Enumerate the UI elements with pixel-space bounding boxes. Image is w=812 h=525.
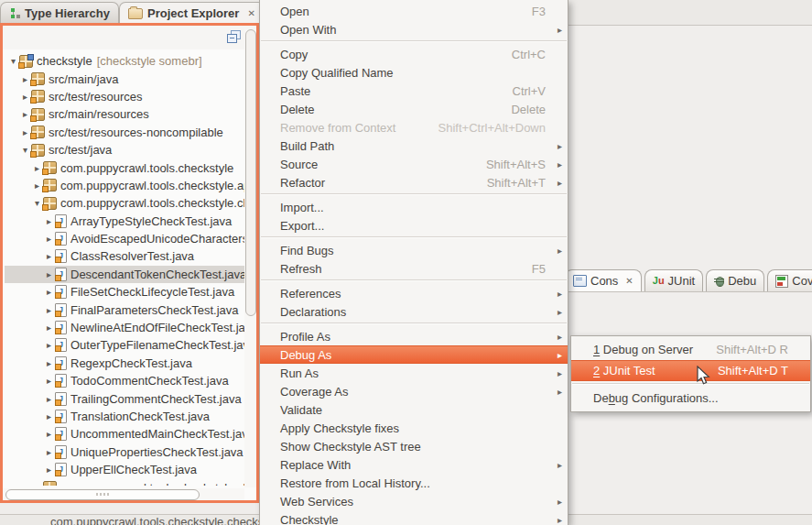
menu-item-open-with[interactable]: Open With▸ <box>260 20 568 38</box>
explorer-tab-bar: Type HierarchyProject Explorer✕ <box>0 0 259 23</box>
twistie-collapsed[interactable]: ▸ <box>43 269 55 279</box>
tree-row-checkstyle[interactable]: ▾checkstyle[checkstyle somebr] <box>5 52 244 70</box>
tree-row-trailingcommentchecktest-java[interactable]: ▸TrailingCommentCheckTest.java <box>5 389 244 407</box>
tree-row-com-puppycrawl-tools-checkstyle-check[interactable]: ▾com.puppycrawl.tools.checkstyle.check <box>5 194 244 212</box>
twistie-collapsed[interactable]: ▸ <box>43 216 55 226</box>
tree-row-arraytypestylechecktest-java[interactable]: ▸ArrayTypeStyleCheckTest.java <box>5 213 244 230</box>
source-folder-icon <box>31 108 45 121</box>
tree-row-translationchecktest-java[interactable]: ▸TranslationCheckTest.java <box>5 408 244 425</box>
menu-item-profile-as[interactable]: Profile As▸ <box>260 327 568 345</box>
twistie-collapsed[interactable]: ▸ <box>43 340 55 350</box>
menu-item-show-checkstyle-ast-tree[interactable]: Show Checkstyle AST tree <box>260 437 568 455</box>
tree-horizontal-scrollbar[interactable] <box>3 488 244 500</box>
menu-item-paste[interactable]: PasteCtrl+V <box>260 82 568 100</box>
twistie-collapsed[interactable]: ▸ <box>43 234 55 244</box>
twistie-collapsed[interactable]: ▸ <box>43 447 55 457</box>
twistie-collapsed[interactable]: ▸ <box>43 323 55 333</box>
menu-item-build-path[interactable]: Build Path▸ <box>260 137 568 155</box>
tree-row-filesetchecklifecycletest-java[interactable]: ▸FileSetCheckLifecycleTest.java <box>5 283 244 301</box>
tree-vertical-scrollbar[interactable] <box>244 28 256 487</box>
close-icon[interactable]: ✕ <box>247 8 254 18</box>
menu-item-source[interactable]: SourceShift+Alt+S▸ <box>260 155 568 173</box>
menu-item-declarations[interactable]: Declarations▸ <box>260 302 568 321</box>
twistie-collapsed[interactable]: ▸ <box>43 305 55 315</box>
menu-item-open[interactable]: OpenF3 <box>260 2 568 20</box>
mouse-cursor <box>697 366 711 386</box>
submenu-arrow-icon: ▸ <box>550 178 562 188</box>
tree-row-src-main-resources[interactable]: ▸src/main/resources <box>5 105 244 123</box>
twistie-collapsed[interactable]: ▸ <box>31 483 43 486</box>
submenu-item-debug-configurations[interactable]: Debug Configurations... <box>571 388 810 409</box>
menu-item-debug-as[interactable]: Debug As▸ <box>260 345 568 364</box>
tree-row-src-test-resources-noncompilable[interactable]: ▸src/test/resources-noncompilable <box>5 124 244 141</box>
menu-item-import[interactable]: Import... <box>260 198 568 216</box>
close-icon[interactable]: ✕ <box>625 276 633 286</box>
menu-item-validate[interactable]: Validate <box>260 400 568 419</box>
menu-item-refresh[interactable]: RefreshF5 <box>260 259 568 278</box>
twistie-collapsed[interactable]: ▸ <box>43 411 55 421</box>
tree-row-upperellchecktest-java[interactable]: ▸UpperEllCheckTest.java <box>5 461 244 478</box>
tree-row-com-puppycrawl-tools-checkstyle[interactable]: ▸com.puppycrawl.tools.checkstyle <box>5 159 244 176</box>
twistie-collapsed[interactable]: ▸ <box>43 251 55 261</box>
twistie-collapsed[interactable]: ▸ <box>43 394 55 404</box>
tree-row-src-test-resources[interactable]: ▸src/test/resources <box>5 88 244 105</box>
menu-item-run-as[interactable]: Run As▸ <box>260 364 568 382</box>
submenu-item-2-junit-test[interactable]: 2 JUnit TestShift+Alt+D T <box>571 360 810 381</box>
collapse-all-button[interactable] <box>225 29 242 44</box>
package-icon <box>43 179 57 191</box>
tab-type-hierarchy[interactable]: Type Hierarchy <box>0 2 119 23</box>
tree-row-uncommentedmainchecktest-java[interactable]: ▸UncommentedMainCheckTest.java <box>5 425 244 443</box>
tree-row-classresolvertest-java[interactable]: ▸ClassResolverTest.java <box>5 247 244 265</box>
view-tab-cons[interactable]: Cons✕ <box>565 269 642 291</box>
twistie-collapsed[interactable]: ▸ <box>43 287 55 297</box>
tree-row-outertypefilenamechecktest-java[interactable]: ▸OuterTypeFilenameCheckTest.java <box>5 336 244 354</box>
menu-item-apply-checkstyle-fixes[interactable]: Apply Checkstyle fixes <box>260 419 568 437</box>
menu-item-delete[interactable]: DeleteDelete <box>260 100 568 118</box>
tree-row-src-test-java[interactable]: ▾src/test/java <box>5 141 244 159</box>
tab-project-explorer[interactable]: Project Explorer✕ <box>119 2 265 23</box>
menu-separator <box>260 38 568 45</box>
vertical-scrollbar-thumb[interactable] <box>245 29 256 316</box>
twistie-collapsed[interactable]: ▸ <box>43 358 55 368</box>
submenu-item-1-debug-on-server[interactable]: 1 Debug on ServerShift+Alt+D R <box>571 339 810 360</box>
java-file-icon <box>55 268 67 281</box>
submenu-arrow-icon: ▸ <box>550 332 562 342</box>
tree-row-newlineatendoffilechecktest-java[interactable]: ▸NewlineAtEndOfFileCheckTest.java <box>5 319 244 336</box>
twistie-collapsed[interactable]: ▸ <box>43 376 55 386</box>
package-icon <box>43 481 57 486</box>
tree-row-com-puppycrawl-tools-checkstyle-api[interactable]: ▸com.puppycrawl.tools.checkstyle.api <box>5 177 244 194</box>
twistie-collapsed[interactable]: ▸ <box>43 429 55 439</box>
menu-item-copy[interactable]: CopyCtrl+C <box>260 45 568 63</box>
tree-row-src-main-java[interactable]: ▸src/main/java <box>5 70 244 87</box>
java-file-icon <box>55 232 67 246</box>
menu-item-replace-with[interactable]: Replace With▸ <box>260 455 568 474</box>
view-tab-cover[interactable]: Cover <box>767 269 812 291</box>
menu-item-references[interactable]: References▸ <box>260 284 568 302</box>
java-file-icon <box>55 338 67 352</box>
menu-item-copy-qualified-name[interactable]: Copy Qualified Name <box>260 63 568 82</box>
menu-item-coverage-as[interactable]: Coverage As▸ <box>260 382 568 400</box>
horizontal-scrollbar-thumb[interactable] <box>5 489 200 500</box>
menu-item-find-bugs[interactable]: Find Bugs▸ <box>260 241 568 259</box>
java-file-icon <box>55 321 67 334</box>
menu-item-web-services[interactable]: Web Services▸ <box>260 492 568 510</box>
tree-row-finalparameterschecktest-java[interactable]: ▸FinalParametersCheckTest.java <box>5 301 244 318</box>
tree-row-uniquepropertieschecktest-java[interactable]: ▸UniquePropertiesCheckTest.java <box>5 443 244 461</box>
menu-item-restore-from-local-history[interactable]: Restore from Local History... <box>260 474 568 492</box>
package-icon <box>43 197 57 210</box>
tree-row-descendanttokenchecktest-java[interactable]: ▸DescendantTokenCheckTest.java <box>5 266 244 283</box>
view-tab-debu[interactable]: Debu <box>706 269 764 291</box>
tree-row-avoidescapedunicodecharacterschec[interactable]: ▸AvoidEscapedUnicodeCharactersChec <box>5 230 244 247</box>
status-bar-selection-path: com.puppycrawl.tools.checkstyle.checks.D… <box>50 515 283 525</box>
twistie-collapsed[interactable]: ▸ <box>43 465 55 475</box>
tree-row-todocommentchecktest-java[interactable]: ▸TodoCommentCheckTest.java <box>5 372 244 389</box>
menu-item-refactor[interactable]: RefactorShift+Alt+T▸ <box>260 173 568 191</box>
tree-row-com-puppycrawl-tools-checkstyle-check[interactable]: ▸com.puppycrawl.tools.checkstyle.check <box>5 478 244 486</box>
editor-area-header <box>568 0 812 26</box>
view-tab-junit[interactable]: JuJUnit <box>644 269 703 291</box>
tree-row-regexpchecktest-java[interactable]: ▸RegexpCheckTest.java <box>5 355 244 372</box>
menu-item-export[interactable]: Export... <box>260 216 568 235</box>
submenu-arrow-icon: ▸ <box>550 387 562 397</box>
menu-item-checkstyle[interactable]: Checkstyle▸ <box>260 510 568 525</box>
project-tree: ▾checkstyle[checkstyle somebr]▸src/main/… <box>3 49 244 486</box>
